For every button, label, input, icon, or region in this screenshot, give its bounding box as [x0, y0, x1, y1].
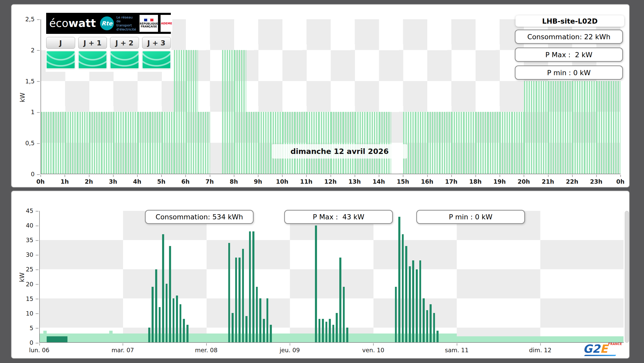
- bar-slot: [557, 211, 561, 342]
- weekly-x-axis: lun. 06mar. 07mer. 08jeu. 09ven. 10sam. …: [39, 343, 624, 354]
- bar-slot: [123, 211, 127, 342]
- bar-slot: [99, 211, 102, 342]
- peak-load-bar: [437, 331, 439, 342]
- base-load-bar: [120, 333, 123, 342]
- peak-load-bar: [423, 298, 425, 342]
- base-load-bar: [297, 333, 300, 342]
- peak-load-bar: [183, 319, 185, 342]
- bar-slot: [151, 211, 155, 342]
- x-tick-label: 13h: [349, 178, 361, 185]
- x-tick-label: 4h: [133, 178, 141, 185]
- bar-slot: [512, 211, 516, 342]
- ecowatt-brand-watt: watt: [68, 17, 96, 30]
- bar-slot: [391, 211, 394, 342]
- power-bar: [427, 112, 439, 174]
- base-load-bar: [293, 333, 297, 342]
- bar-slot: [290, 211, 293, 342]
- base-load-bar: [370, 333, 373, 342]
- day-button-j-plus-3[interactable]: J + 3: [142, 37, 171, 49]
- bar-slot: [613, 211, 617, 342]
- bar-slot: [193, 211, 196, 342]
- bar-slot: [61, 211, 64, 342]
- bar-slot: [500, 19, 512, 174]
- peak-load-bar: [155, 269, 157, 342]
- base-load-bar: [596, 336, 599, 342]
- bar-slot: [40, 211, 43, 342]
- base-load-bar: [505, 336, 509, 342]
- bar-slot: [384, 211, 387, 342]
- power-bar: [379, 112, 391, 174]
- forecast-thumbnail-j-plus-1[interactable]: [78, 51, 107, 69]
- bar-slot: [481, 211, 484, 342]
- bar-slot: [394, 211, 398, 342]
- bar-slot: [578, 211, 582, 342]
- bar-slot: [246, 19, 258, 174]
- bar-slot: [189, 211, 193, 342]
- base-load-bar: [589, 336, 592, 342]
- bar-slot: [54, 211, 57, 342]
- base-load-bar: [95, 333, 99, 342]
- bar-slot: [502, 211, 506, 342]
- peak-load-bar: [148, 328, 150, 342]
- chart-scrollbar[interactable]: [625, 211, 629, 343]
- peak-load-bar: [339, 258, 341, 342]
- base-load-bar: [384, 333, 387, 342]
- bar-slot: [307, 211, 311, 342]
- bar-slot: [332, 211, 335, 342]
- bar-slot: [599, 211, 603, 342]
- bar-slot: [186, 211, 189, 342]
- power-bar: [125, 112, 137, 174]
- peak-load-bar: [409, 266, 411, 342]
- x-tick-label: 17h: [445, 178, 457, 185]
- forecast-thumbnail-j-plus-3[interactable]: [142, 51, 171, 69]
- rte-tagline-line: Le réseau: [116, 15, 136, 19]
- bar-slot: [460, 211, 464, 342]
- base-load-bar: [478, 336, 481, 342]
- base-load-bar: [502, 336, 506, 342]
- day-button-j[interactable]: J: [46, 37, 75, 49]
- bar-slot: [415, 211, 419, 342]
- bar-slot: [463, 19, 475, 174]
- base-load-bar: [575, 336, 578, 342]
- day-button-j-plus-1[interactable]: J + 1: [78, 37, 107, 49]
- base-load-bar: [78, 333, 82, 342]
- power-bar: [355, 112, 367, 174]
- base-load-bar: [568, 336, 571, 342]
- power-bar: [331, 112, 343, 174]
- bar-slot: [571, 211, 575, 342]
- peak-load-bar: [252, 231, 254, 342]
- bar-slot: [304, 211, 308, 342]
- y-tick-label: 15: [26, 296, 33, 302]
- power-bar: [41, 112, 53, 174]
- base-load-bar: [280, 333, 283, 342]
- power-bar: [512, 112, 524, 174]
- forecast-thumbnail-j-plus-2[interactable]: [110, 51, 139, 69]
- forecast-thumbnail-j[interactable]: [46, 51, 75, 69]
- bar-slot: [564, 211, 568, 342]
- day-button-j-plus-2[interactable]: J + 2: [110, 37, 139, 49]
- bar-slot: [359, 211, 363, 342]
- bar-slot: [92, 211, 95, 342]
- base-load-bar: [450, 333, 453, 342]
- bar-slot: [85, 211, 88, 342]
- bar-slot: [293, 211, 297, 342]
- base-load-bar: [82, 333, 85, 342]
- bar-slot: [141, 211, 144, 342]
- base-load-bar: [457, 336, 460, 342]
- base-load-bar: [620, 336, 623, 342]
- bar-slot: [161, 211, 165, 342]
- bar-slot: [102, 211, 106, 342]
- base-load-bar: [443, 333, 446, 342]
- bar-slot: [255, 211, 259, 342]
- base-load-bar: [109, 331, 113, 342]
- y-tick-label: 2: [31, 47, 35, 53]
- peak-load-bar: [433, 313, 435, 342]
- peak-load-bar: [235, 258, 237, 342]
- base-load-bar: [387, 333, 391, 342]
- bar-slot: [82, 211, 85, 342]
- bar-slot: [245, 211, 248, 342]
- peak-load-bar: [50, 336, 54, 342]
- bar-slot: [620, 211, 623, 342]
- bar-slot: [220, 211, 224, 342]
- x-tick-label: mer. 08: [195, 347, 217, 354]
